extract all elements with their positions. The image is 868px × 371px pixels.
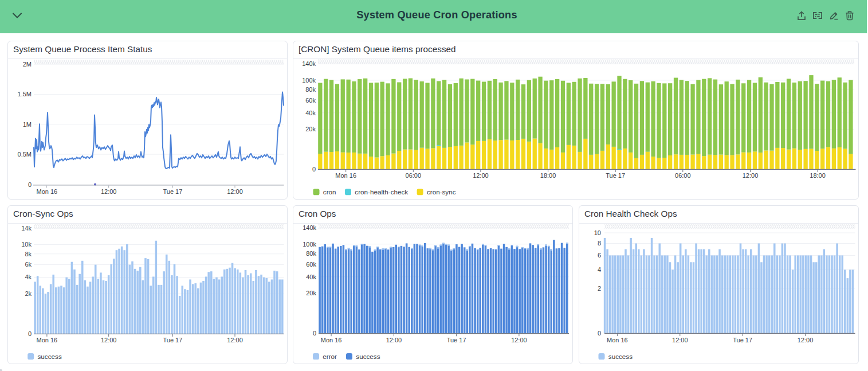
svg-text:0: 0 — [598, 330, 601, 337]
svg-text:100k: 100k — [302, 77, 316, 84]
svg-text:20k: 20k — [305, 126, 316, 132]
svg-text:12:00: 12:00 — [511, 337, 527, 343]
svg-text:Tue 17: Tue 17 — [447, 337, 466, 343]
svg-text:Mon 16: Mon 16 — [321, 337, 342, 343]
svg-text:12:00: 12:00 — [798, 337, 814, 343]
svg-text:12:00: 12:00 — [101, 188, 117, 195]
svg-text:40k: 40k — [306, 274, 316, 280]
svg-text:6k: 6k — [25, 261, 32, 268]
svg-text:Mon 16: Mon 16 — [607, 337, 628, 343]
svg-text:10k: 10k — [21, 241, 32, 248]
svg-text:error: error — [323, 353, 337, 360]
svg-text:12:00: 12:00 — [227, 337, 243, 343]
svg-text:success: success — [608, 353, 633, 360]
svg-text:12:00: 12:00 — [743, 172, 759, 179]
svg-text:4: 4 — [598, 266, 601, 273]
svg-text:cron-health-check: cron-health-check — [355, 188, 408, 196]
svg-text:0: 0 — [28, 181, 32, 188]
svg-text:0: 0 — [313, 330, 316, 337]
svg-text:60k: 60k — [305, 97, 316, 104]
svg-text:12:00: 12:00 — [473, 172, 489, 179]
svg-text:12:00: 12:00 — [672, 337, 688, 343]
svg-text:1.5M: 1.5M — [18, 91, 32, 97]
svg-text:8: 8 — [598, 240, 601, 247]
svg-text:Mon 16: Mon 16 — [335, 172, 356, 179]
svg-text:Mon 16: Mon 16 — [37, 188, 58, 195]
svg-text:0: 0 — [28, 330, 32, 337]
svg-text:4k: 4k — [25, 274, 32, 280]
svg-text:18:00: 18:00 — [810, 172, 826, 179]
svg-text:cron: cron — [323, 188, 336, 196]
svg-text:0: 0 — [312, 166, 316, 173]
svg-text:12:00: 12:00 — [101, 337, 117, 343]
svg-text:success: success — [38, 353, 62, 360]
svg-text:6: 6 — [598, 252, 601, 259]
svg-text:success: success — [356, 353, 380, 360]
svg-text:1M: 1M — [23, 121, 32, 128]
svg-text:20k: 20k — [306, 290, 316, 296]
svg-text:60k: 60k — [306, 261, 316, 268]
svg-text:8k: 8k — [25, 251, 32, 257]
svg-text:18:00: 18:00 — [540, 172, 556, 179]
svg-text:100k: 100k — [303, 241, 316, 248]
svg-text:Mon 16: Mon 16 — [37, 337, 58, 343]
svg-text:10: 10 — [594, 229, 601, 236]
svg-text:2: 2 — [598, 285, 601, 292]
svg-text:Tue 17: Tue 17 — [163, 188, 182, 195]
svg-text:40k: 40k — [305, 110, 316, 116]
svg-text:80k: 80k — [306, 250, 316, 257]
svg-text:140k: 140k — [302, 60, 316, 67]
svg-text:06:00: 06:00 — [406, 172, 422, 179]
svg-text:Tue 17: Tue 17 — [163, 337, 182, 343]
svg-text:Tue 17: Tue 17 — [733, 337, 752, 343]
svg-text:06:00: 06:00 — [675, 172, 691, 179]
svg-text:140k: 140k — [303, 224, 316, 231]
svg-text:Tue 17: Tue 17 — [606, 172, 625, 179]
svg-text:12:00: 12:00 — [227, 188, 243, 195]
svg-text:12:00: 12:00 — [386, 337, 402, 343]
svg-text:cron-sync: cron-sync — [427, 188, 456, 196]
svg-text:0.5M: 0.5M — [18, 151, 32, 158]
svg-text:2M: 2M — [23, 61, 32, 68]
svg-text:14k: 14k — [21, 225, 32, 232]
svg-text:2k: 2k — [25, 290, 32, 297]
svg-text:80k: 80k — [305, 86, 316, 93]
